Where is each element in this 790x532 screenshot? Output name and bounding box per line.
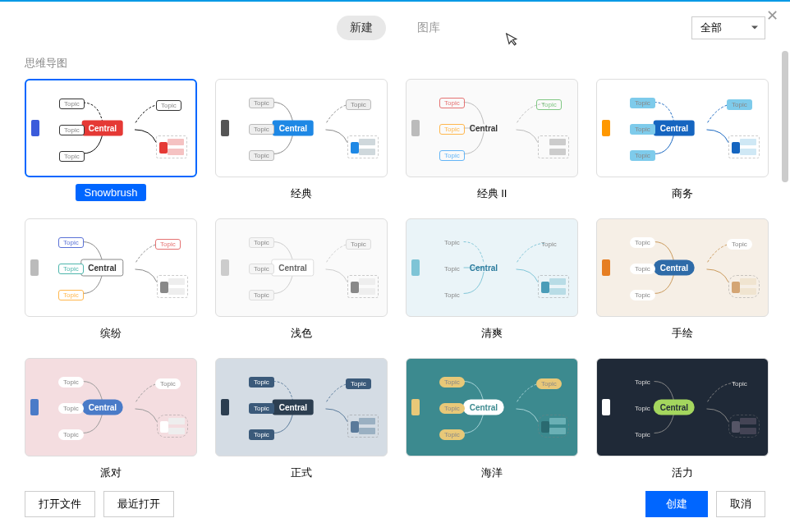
tab-new[interactable]: 新建 [337, 16, 386, 40]
recent-button[interactable]: 最近打开 [103, 491, 174, 517]
header: 新建 图库 全部 [0, 2, 790, 48]
template-card-ocean[interactable]: CentralTopicTopicTopicTopic 海洋 [406, 358, 578, 483]
template-thumb: CentralTopicTopicTopicTopic [596, 79, 769, 177]
open-file-button[interactable]: 打开文件 [25, 491, 95, 517]
template-label: 经典 [282, 184, 320, 204]
template-card-classic2[interactable]: CentralTopicTopicTopicTopic 经典 II [406, 79, 578, 204]
template-thumb: CentralTopicTopicTopicTopic [596, 218, 769, 317]
close-icon[interactable]: ✕ [766, 7, 779, 25]
template-thumb: CentralTopicTopicTopicTopic [215, 79, 388, 177]
filter-select[interactable]: 全部 [691, 16, 765, 39]
template-card-classic[interactable]: CentralTopicTopicTopicTopic 经典 [215, 79, 388, 204]
filter-selected-label: 全部 [700, 21, 722, 34]
content-area: 思维导图 CentralTopicTopicTopicTopic Snowbru… [0, 48, 790, 483]
tabs: 新建 图库 [337, 16, 453, 40]
template-thumb: CentralTopicTopicTopicTopic [25, 358, 197, 456]
scrollbar-thumb[interactable] [782, 51, 788, 182]
template-label: 手绘 [664, 323, 701, 343]
template-card-fresh[interactable]: CentralTopicTopicTopicTopic 清爽 [406, 218, 578, 343]
template-card-colorful[interactable]: CentralTopicTopicTopicTopic 缤纷 [25, 218, 197, 343]
template-card-party[interactable]: CentralTopicTopicTopicTopic 派对 [25, 358, 197, 483]
template-thumb: CentralTopicTopicTopicTopic [215, 358, 388, 456]
template-label: 缤纷 [92, 323, 130, 343]
template-label: 清爽 [473, 323, 511, 343]
tab-library[interactable]: 图库 [404, 16, 453, 40]
template-label: 商务 [664, 184, 701, 204]
template-thumb: CentralTopicTopicTopicTopic [406, 79, 578, 177]
template-label: 经典 II [469, 184, 516, 204]
template-label: 浅色 [282, 323, 320, 343]
template-card-snowbrush[interactable]: CentralTopicTopicTopicTopic Snowbrush [25, 79, 197, 204]
template-thumb: CentralTopicTopicTopicTopic [406, 358, 578, 456]
template-thumb: CentralTopicTopicTopicTopic [25, 79, 197, 177]
template-thumb: CentralTopicTopicTopicTopic [25, 218, 197, 317]
template-card-light[interactable]: CentralTopicTopicTopicTopic 浅色 [215, 218, 388, 343]
template-label: Snowbrush [76, 184, 145, 201]
scrollbar[interactable] [782, 51, 788, 478]
template-card-formal[interactable]: CentralTopicTopicTopicTopic 正式 [215, 358, 388, 483]
template-thumb: CentralTopicTopicTopicTopic [596, 358, 769, 456]
cancel-button[interactable]: 取消 [716, 491, 765, 517]
create-button[interactable]: 创建 [645, 491, 708, 517]
footer: 打开文件 最近打开 创建 取消 [0, 479, 790, 532]
template-grid: CentralTopicTopicTopicTopic Snowbrush Ce… [25, 79, 765, 483]
template-thumb: CentralTopicTopicTopicTopic [406, 218, 578, 317]
template-thumb: CentralTopicTopicTopicTopic [215, 218, 388, 317]
template-card-handdrawn[interactable]: CentralTopicTopicTopicTopic 手绘 [596, 218, 769, 343]
template-card-vitality[interactable]: CentralTopicTopicTopicTopic 活力 [596, 358, 769, 483]
template-card-business[interactable]: CentralTopicTopicTopicTopic 商务 [596, 79, 769, 204]
section-title: 思维导图 [25, 56, 765, 71]
